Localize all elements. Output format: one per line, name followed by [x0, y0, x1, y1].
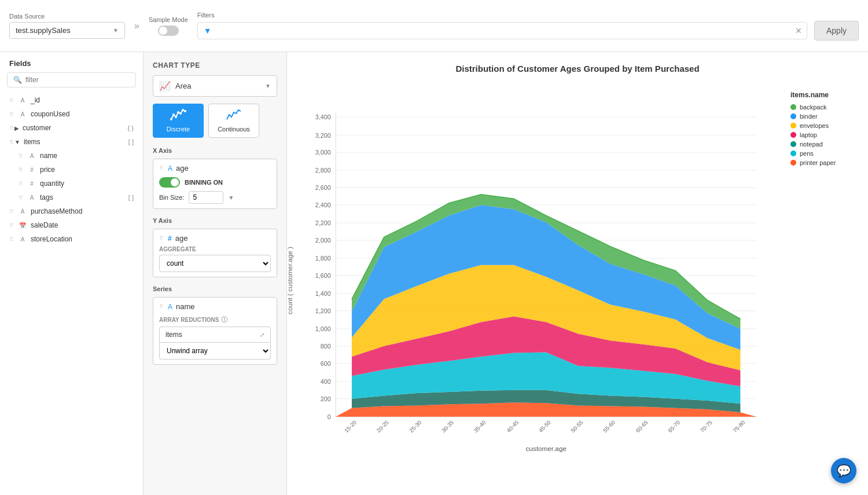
drag-handle-icon: ⠿ [9, 125, 13, 131]
svg-text:800: 800 [321, 343, 331, 350]
drag-handle-icon: ⠿ [9, 111, 13, 118]
drag-handle-icon: ⠿ [9, 208, 13, 215]
field-item-id[interactable]: ⠿ A _id [0, 93, 143, 107]
legend-title: items.name [790, 91, 856, 99]
info-icon: ⓘ [221, 316, 227, 324]
field-type-icon: # [27, 167, 36, 173]
datasource-select[interactable]: test.supplySales ▼ [9, 22, 125, 39]
svg-text:45-50: 45-50 [538, 419, 552, 434]
y-axis-label: count ( customer.age ) [287, 247, 293, 314]
items-children: ⠿ A name ⠿ # price ⠿ # quantity ⠿ A tags… [0, 149, 143, 204]
field-type-icon: A [18, 208, 27, 215]
svg-text:55-60: 55-60 [602, 419, 616, 434]
apply-button[interactable]: Apply [814, 21, 859, 41]
binning-label: BINNING ON [185, 179, 223, 186]
svg-text:600: 600 [321, 360, 331, 367]
svg-text:3,000: 3,000 [315, 149, 331, 156]
expand-array-icon[interactable]: ⤢ [260, 332, 264, 338]
continuous-mode-button[interactable]: Continuous [208, 104, 259, 138]
legend-item-backpack: backpack [790, 104, 856, 111]
field-type-icon: A [27, 195, 36, 201]
field-item-tags[interactable]: ⠿ A tags [ ] [9, 190, 143, 204]
expand-icon: ▶ [14, 125, 19, 131]
filters-label: Filters [197, 12, 859, 19]
legend-item-notepad: notepad [790, 141, 856, 148]
svg-text:200: 200 [321, 395, 331, 402]
field-item-storelocation[interactable]: ⠿ A storeLocation [0, 232, 143, 246]
svg-text:60-65: 60-65 [635, 419, 649, 434]
y-axis-title: Y Axis [153, 217, 277, 224]
continuous-label: Continuous [218, 126, 250, 133]
text-field-icon: A [168, 164, 172, 173]
legend-color-printer-paper [790, 160, 796, 166]
chevron-down-icon: ▼ [228, 195, 234, 201]
field-bracket: [ ] [128, 138, 134, 145]
field-name: quantity [40, 179, 64, 188]
svg-text:2,000: 2,000 [315, 237, 331, 244]
legend-color-notepad [790, 141, 796, 147]
filter-bar[interactable]: ▼ ✕ [197, 22, 807, 39]
field-item-saledate[interactable]: ⠿ 📅 saleDate [0, 218, 143, 232]
series-field: ⠿ A name ARRAY REDUCTIONS ⓘ items ⤢ Unwi… [153, 297, 277, 365]
svg-text:30-35: 30-35 [440, 419, 455, 434]
chat-icon: 💬 [837, 464, 851, 478]
chart-container: count ( customer.age ) 0 200 400 [299, 85, 856, 476]
clear-filter-icon[interactable]: ✕ [795, 26, 802, 35]
svg-text:2,400: 2,400 [315, 201, 331, 208]
fields-header: Fields [0, 52, 143, 72]
array-items-row: items ⤢ [159, 327, 271, 343]
sample-mode-toggle[interactable] [158, 25, 179, 36]
search-input[interactable] [25, 76, 130, 84]
field-item-price[interactable]: ⠿ # price [9, 163, 143, 177]
chart-title: Distribution of Customer Ages Grouped by… [299, 64, 856, 74]
field-item-name[interactable]: ⠿ A name [9, 149, 143, 163]
chart-right-panel: Distribution of Customer Ages Grouped by… [287, 52, 868, 495]
drag-handle-icon: ⠿ [9, 139, 13, 145]
legend-label-binder: binder [800, 113, 818, 120]
field-name: _id [31, 96, 40, 104]
svg-text:400: 400 [321, 378, 331, 385]
discrete-icon [171, 109, 185, 123]
svg-text:75-80: 75-80 [731, 419, 746, 434]
legend-item-printer-paper: printer paper [790, 159, 856, 166]
fields-search[interactable]: 🔍 [7, 72, 136, 87]
svg-text:35-40: 35-40 [472, 419, 487, 434]
legend-label-notepad: notepad [800, 141, 823, 148]
field-type-icon: A [18, 111, 27, 118]
area-chart-icon: 📈 [159, 80, 171, 91]
fields-panel: Fields 🔍 ⠿ A _id ⠿ A couponUsed ⠿ ▶ cust… [0, 52, 144, 495]
filter-section: Filters ▼ ✕ Apply [197, 12, 859, 41]
aggregate-select[interactable]: count [159, 255, 271, 272]
svg-point-2 [175, 116, 177, 118]
datasource-section: Data Source test.supplySales ▼ [9, 13, 125, 39]
x-axis-section: X Axis ⠿ A age BINNING ON Bin Size: ▼ [153, 147, 277, 209]
field-item-quantity[interactable]: ⠿ # quantity [9, 177, 143, 190]
svg-point-0 [170, 118, 172, 120]
y-axis-section: Y Axis ⠿ # age AGGREGATE count [153, 217, 277, 277]
array-reductions-label: ARRAY REDUCTIONS ⓘ [159, 316, 271, 324]
field-item-purchasemethod[interactable]: ⠿ A purchaseMethod [0, 204, 143, 218]
svg-text:3,400: 3,400 [315, 114, 331, 121]
area-chart-svg: count ( customer.age ) 0 200 400 [299, 85, 781, 476]
drag-handle-icon: ⠿ [159, 165, 163, 171]
drag-handle-icon: ⠿ [19, 167, 23, 173]
field-item-couponused[interactable]: ⠿ A couponUsed [0, 107, 143, 121]
chat-button[interactable]: 💬 [831, 458, 856, 483]
binning-toggle[interactable] [159, 177, 180, 188]
legend-item-binder: binder [790, 113, 856, 120]
sample-mode-toggle-container [158, 25, 179, 36]
svg-text:1,200: 1,200 [315, 307, 331, 314]
discrete-mode-button[interactable]: Discrete [153, 104, 204, 138]
chart-type-select[interactable]: 📈 Area ▼ [153, 75, 277, 97]
field-group-customer[interactable]: ⠿ ▶ customer { } [0, 121, 143, 135]
field-name: name [40, 152, 57, 160]
unwind-select[interactable]: Unwind array [159, 343, 271, 360]
svg-point-6 [184, 110, 186, 112]
field-name: couponUsed [31, 110, 69, 118]
chevron-down-icon: ▼ [265, 83, 271, 89]
field-type-icon: A [18, 236, 27, 243]
bin-size-input[interactable] [189, 191, 223, 204]
series-field-name: name [176, 302, 195, 311]
field-group-items[interactable]: ⠿ ▼ items [ ] [0, 135, 143, 149]
field-type-icon: # [27, 181, 36, 187]
